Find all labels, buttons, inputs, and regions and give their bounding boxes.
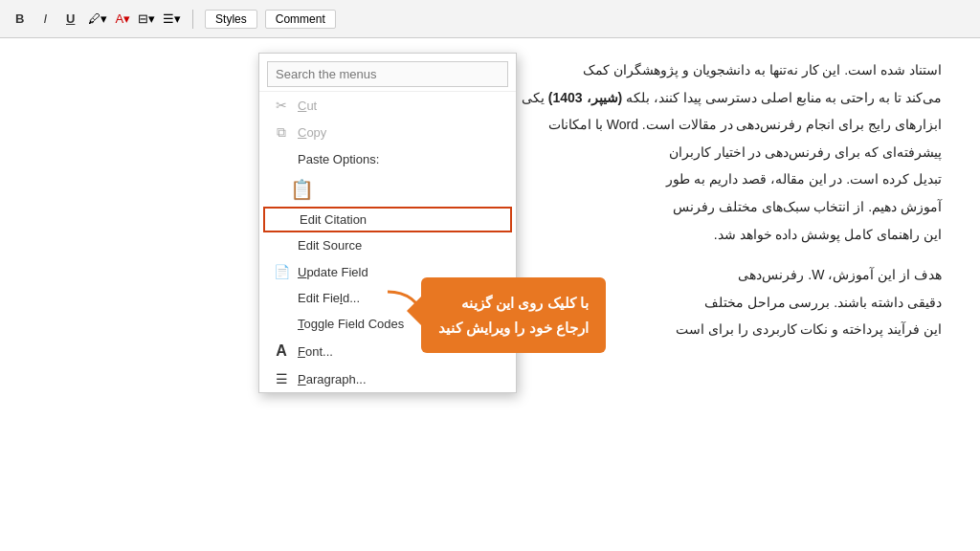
font-label: Font... (298, 344, 333, 359)
italic-button[interactable]: I (37, 10, 53, 28)
edit-field-label: Edit Field... (298, 291, 360, 305)
copy-label: Copy (298, 125, 326, 140)
copy-icon: ⧉ (273, 124, 290, 141)
paragraph-icon: ☰ (273, 371, 290, 386)
font-color-button[interactable]: A▾ (115, 11, 130, 26)
border-button[interactable]: ⊟▾ (138, 11, 155, 26)
search-box-wrapper (259, 54, 516, 92)
paragraph-label: Paragraph... (298, 372, 367, 386)
search-input[interactable] (267, 61, 508, 87)
copy-menu-item[interactable]: ⧉ Copy (259, 119, 516, 146)
paste-options-item[interactable]: Paste Options: (259, 146, 516, 172)
comment-button[interactable]: Comment (265, 10, 336, 29)
edit-source-menu-item[interactable]: Edit Source (259, 232, 516, 258)
paste-icon-row[interactable]: 📋 (259, 172, 516, 207)
toolbar: B I U 🖊▾ A▾ ⊟▾ ☰▾ Styles Comment (0, 0, 980, 38)
cut-icon: ✂ (273, 98, 290, 113)
paragraph-menu-item[interactable]: ☰ Paragraph... (259, 365, 516, 392)
highlight-color-button[interactable]: 🖊▾ (88, 11, 107, 26)
update-field-label: Update Field (298, 265, 368, 279)
cut-menu-item[interactable]: ✂ Cut (259, 92, 516, 119)
paste-clipboard-icon: 📋 (290, 178, 314, 201)
format-button[interactable]: ☰▾ (163, 11, 181, 26)
underline-button[interactable]: U (60, 10, 80, 28)
callout-line2: ارجاع خود را ویرایش کنید (438, 316, 589, 341)
callout-line1: با کلیک روی این گزینه (438, 291, 589, 316)
bold-button[interactable]: B (10, 10, 30, 28)
update-field-icon: 📄 (273, 264, 290, 279)
cut-label: Cut (298, 99, 317, 113)
font-icon: A (273, 342, 290, 360)
toolbar-divider (192, 10, 193, 29)
styles-dropdown[interactable]: Styles (205, 10, 257, 29)
edit-citation-menu-item[interactable]: Edit Citation (263, 207, 512, 232)
paste-options-label: Paste Options: (298, 152, 379, 166)
edit-citation-label: Edit Citation (300, 212, 367, 227)
edit-source-label: Edit Source (298, 238, 362, 253)
callout-box: با کلیک روی این گزینه ارجاع خود را ویرای… (421, 277, 606, 353)
